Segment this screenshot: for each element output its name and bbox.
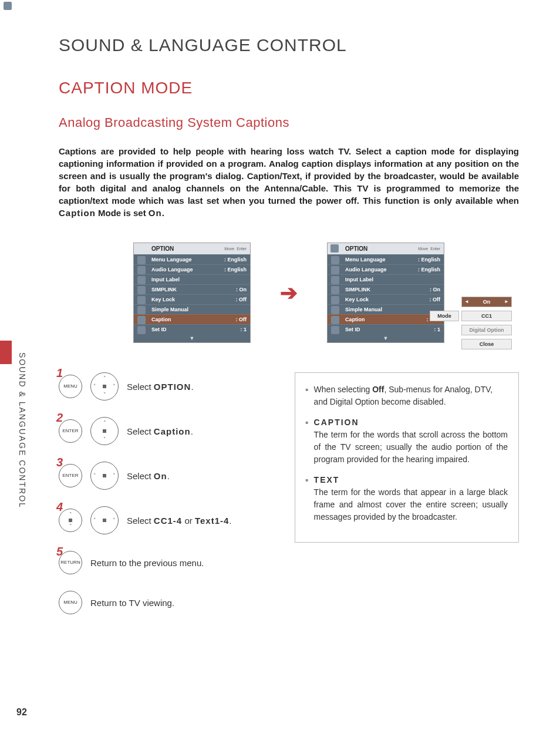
submenu-close: Close [461,339,512,349]
step-menu-exit: MENU Return to TV viewing. [59,591,271,614]
page-title: SOUND & LANGUAGE CONTROL [59,35,519,55]
dpad-leftright-icon: ˂˃ [90,462,119,490]
step-4: 4 ˄˅ ˂˃ Select CC1-4 or Text1-4. [59,506,271,534]
osd-row-caption-highlighted: Caption: CC1 [328,314,444,324]
osd-header-icon [4,2,12,10]
step-3: 3 ENTER ˂˃ Select On. [59,462,271,490]
page-number: 92 [16,707,27,718]
osd-illustration-row: OPTION Move Enter Menu Language: English… [59,243,519,343]
osd-title: OPTION [151,245,222,252]
submenu-on-row: ◄ On ► [461,297,512,307]
step-2: 2 ENTER ˄˅ Select Caption. [59,417,271,445]
osd-header-icon [330,244,339,253]
submenu-digital-option: Digital Option [461,325,512,335]
osd-menu-after: OPTION Move Enter Menu Language: English… [327,243,444,343]
step-1: 1 MENU ˄˅˂˃ Select OPTION. [59,372,271,401]
osd-hint-move: Move [224,247,234,251]
side-accent-tab [0,341,12,364]
section-title: CAPTION MODE [59,79,519,97]
info-box: When selecting Off, Sub-menus for Analog… [295,372,519,543]
info-term-caption: CAPTION [314,418,359,427]
sub-section-title: Analog Broadcasting System Captions [59,115,519,130]
triangle-left-icon: ◄ [464,299,469,304]
dpad-full-icon: ˄˅˂˃ [90,372,119,401]
osd-menu-before: OPTION Move Enter Menu Language: English… [133,243,251,343]
step-5: 5 RETURN Return to the previous menu. [59,551,271,574]
dpad-updown-icon: ˄˅ [90,417,119,445]
triangle-right-icon: ► [504,299,509,304]
menu-button-icon: MENU [59,591,82,614]
steps-list: 1 MENU ˄˅˂˃ Select OPTION. 2 ENTER ˄˅ Se… [59,372,271,631]
osd-scroll-down-icon: ▼ [134,334,250,342]
info-desc-caption: The term for the words that scroll acros… [314,429,508,466]
osd-hint-enter: Enter [237,247,247,251]
submenu-mode-label: Mode [430,311,459,321]
side-chapter-label: SOUND & LANGUAGE CONTROL [18,352,27,509]
info-desc-text: The term for the words that appear in a … [314,486,508,523]
arrow-right-icon: ➔ [280,281,298,305]
submenu-mode-value: CC1 [461,311,512,321]
info-term-text: TEXT [314,475,340,484]
intro-paragraph: Captions are provided to help people wit… [59,145,519,219]
dpad-leftright-icon: ˂˃ [90,506,119,534]
osd-submenu-popup: ◄ On ► Mode CC1 Digital Option Close [430,297,512,353]
osd-row-caption-highlighted: Caption: Off [134,314,250,324]
